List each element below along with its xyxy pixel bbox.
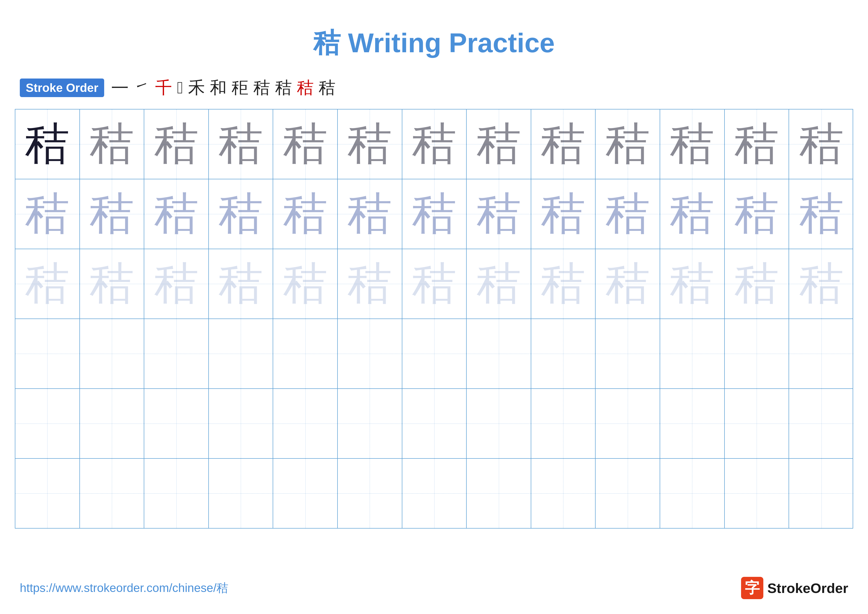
grid-cell: 秸 [595, 109, 660, 179]
title-char: 秸 [313, 28, 341, 58]
stroke-4: 𠃌 [177, 78, 183, 98]
grid-cell[interactable] [16, 389, 80, 458]
grid-cell[interactable] [725, 389, 789, 458]
grid-cell: 秸 [789, 179, 854, 249]
grid-cell[interactable] [144, 389, 209, 458]
footer: https://www.strokeorder.com/chinese/秸 字 … [20, 577, 848, 599]
grid-cell[interactable] [531, 389, 596, 458]
grid-cell[interactable] [144, 459, 209, 528]
grid-cell[interactable] [531, 459, 596, 528]
grid-cell: 秸 [660, 109, 725, 179]
grid-cell: 秸 [595, 249, 660, 319]
stroke-chars: ㇐ ㇀ 千 𠃌 禾 和 秬 秸 秸 秸 秸 [112, 76, 336, 99]
grid-cell[interactable] [595, 319, 660, 389]
grid-cell: 秸 [144, 109, 209, 179]
grid-cell[interactable] [338, 319, 402, 389]
grid-cell: 秸 [789, 109, 854, 179]
grid-cell: 秸 [467, 249, 531, 319]
grid-cell[interactable] [725, 319, 789, 389]
stroke-10: 秸 [297, 76, 314, 99]
grid-cell[interactable] [660, 459, 725, 528]
grid-cell[interactable] [273, 459, 338, 528]
grid-cell: 秸 [660, 249, 725, 319]
grid-cell: 秸 [273, 249, 338, 319]
grid-row-6 [16, 459, 852, 528]
stroke-6: 和 [210, 76, 227, 99]
grid-cell: 秸 [338, 109, 402, 179]
grid-cell: 秸 [209, 109, 273, 179]
grid-row-2: 秸 秸 秸 秸 秸 秸 秸 秸 秸 秸 秸 秸 秸 [16, 179, 852, 249]
stroke-11: 秸 [319, 76, 336, 99]
grid-cell: 秸 [725, 179, 789, 249]
grid-cell: 秸 [16, 179, 80, 249]
grid-cell[interactable] [725, 459, 789, 528]
footer-logo: 字 StrokeOrder [741, 577, 848, 599]
grid-cell[interactable] [789, 459, 854, 528]
grid-cell[interactable] [338, 459, 402, 528]
grid-cell[interactable] [402, 459, 467, 528]
grid-cell: 秸 [467, 179, 531, 249]
grid-cell: 秸 [595, 179, 660, 249]
grid-cell: 秸 [725, 249, 789, 319]
stroke-2: ㇀ [133, 76, 150, 99]
page-title: 秸 Writing Practice [0, 0, 868, 76]
grid-cell[interactable] [595, 459, 660, 528]
grid-cell[interactable] [80, 459, 144, 528]
grid-cell: 秸 [402, 109, 467, 179]
stroke-1: ㇐ [112, 76, 129, 99]
grid-row-1: 秸 秸 秸 秸 秸 秸 秸 秸 秸 秸 秸 秸 秸 [16, 109, 852, 179]
grid-row-4 [16, 319, 852, 389]
grid-cell[interactable] [531, 319, 596, 389]
grid-cell: 秸 [144, 249, 209, 319]
grid-cell[interactable] [273, 389, 338, 458]
grid-cell: 秸 [531, 179, 596, 249]
grid-cell: 秸 [80, 249, 144, 319]
grid-cell[interactable] [16, 319, 80, 389]
grid-cell[interactable] [209, 459, 273, 528]
stroke-3: 千 [155, 76, 172, 99]
grid-cell: 秸 [338, 249, 402, 319]
grid-cell[interactable] [402, 389, 467, 458]
grid-cell[interactable] [80, 319, 144, 389]
grid-cell: 秸 [660, 179, 725, 249]
grid-cell[interactable] [789, 389, 854, 458]
grid-cell: 秸 [16, 109, 80, 179]
grid-cell[interactable] [16, 459, 80, 528]
logo-icon: 字 [741, 577, 763, 599]
grid-cell[interactable] [660, 389, 725, 458]
grid-cell: 秸 [531, 249, 596, 319]
stroke-order-badge: Stroke Order [20, 79, 104, 97]
grid-cell[interactable] [144, 319, 209, 389]
grid-cell[interactable] [660, 319, 725, 389]
grid-cell[interactable] [80, 389, 144, 458]
grid-cell: 秸 [402, 179, 467, 249]
grid-cell: 秸 [467, 109, 531, 179]
grid-row-5 [16, 389, 852, 459]
grid-cell[interactable] [209, 389, 273, 458]
grid-cell: 秸 [144, 179, 209, 249]
grid-cell: 秸 [209, 249, 273, 319]
grid-cell[interactable] [273, 319, 338, 389]
grid-row-3: 秸 秸 秸 秸 秸 秸 秸 秸 秸 秸 秸 秸 秸 [16, 249, 852, 319]
practice-grid: 秸 秸 秸 秸 秸 秸 秸 秸 秸 秸 秸 秸 秸 秸 秸 秸 秸 秸 秸 秸 … [15, 109, 853, 529]
grid-cell[interactable] [467, 319, 531, 389]
footer-url[interactable]: https://www.strokeorder.com/chinese/秸 [20, 580, 228, 596]
title-text: Writing Practice [341, 28, 555, 58]
grid-cell: 秸 [789, 249, 854, 319]
stroke-5: 禾 [188, 76, 205, 99]
grid-cell: 秸 [209, 179, 273, 249]
grid-cell[interactable] [402, 319, 467, 389]
grid-cell[interactable] [209, 319, 273, 389]
grid-cell: 秸 [273, 179, 338, 249]
grid-cell[interactable] [595, 389, 660, 458]
grid-cell: 秸 [273, 109, 338, 179]
grid-cell: 秸 [80, 179, 144, 249]
stroke-8: 秸 [253, 76, 270, 99]
grid-cell[interactable] [338, 389, 402, 458]
grid-cell[interactable] [467, 389, 531, 458]
grid-cell[interactable] [467, 459, 531, 528]
grid-cell: 秸 [80, 109, 144, 179]
grid-cell: 秸 [402, 249, 467, 319]
grid-cell: 秸 [531, 109, 596, 179]
grid-cell[interactable] [789, 319, 854, 389]
